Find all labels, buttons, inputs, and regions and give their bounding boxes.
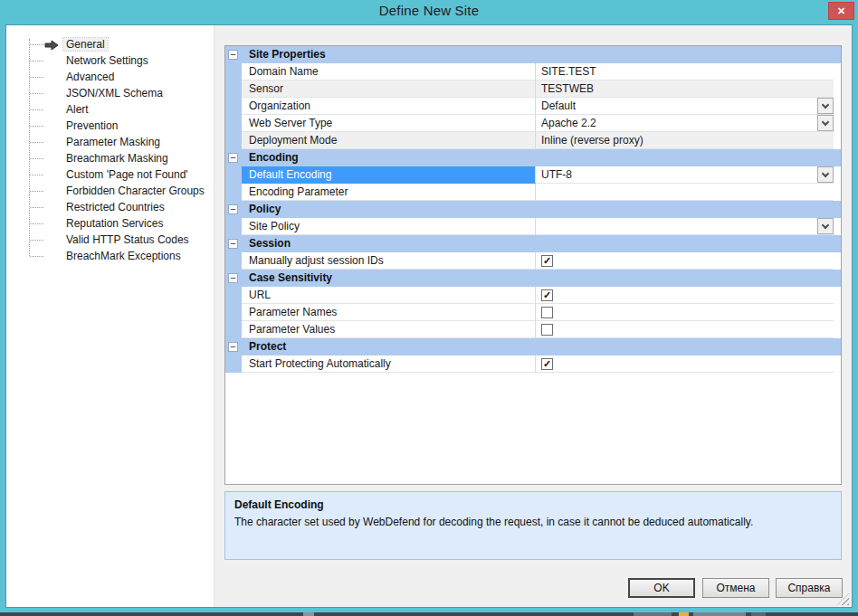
tree-item-advanced[interactable]: Advanced bbox=[6, 69, 214, 85]
property-value[interactable]: Default bbox=[536, 98, 834, 115]
checkbox-checked[interactable]: ✓ bbox=[541, 358, 553, 370]
screen: { "window": { "title": "Define New Site"… bbox=[0, 0, 858, 616]
tree-item-prevention[interactable]: Prevention bbox=[6, 118, 214, 134]
tree-item-label: Valid HTTP Status Codes bbox=[63, 233, 192, 246]
close-icon: ✕ bbox=[837, 5, 845, 16]
tree-item-valid-http-status-codes[interactable]: Valid HTTP Status Codes bbox=[6, 232, 214, 248]
tree-item-restricted-countries[interactable]: Restricted Countries bbox=[6, 199, 214, 215]
row-gutter bbox=[834, 63, 841, 81]
property-name[interactable]: Manually adjust session IDs bbox=[242, 252, 536, 270]
collapse-icon[interactable]: − bbox=[228, 153, 238, 163]
section-title: Site Properties bbox=[242, 46, 326, 63]
property-value[interactable]: UTF-8 bbox=[536, 166, 834, 184]
property-name[interactable]: Domain Name bbox=[242, 63, 536, 81]
property-name[interactable]: Deployment Mode bbox=[242, 132, 536, 149]
tree-item-network-settings[interactable]: Network Settings bbox=[6, 52, 214, 69]
titlebar: Define New Site ✕ bbox=[0, 0, 858, 25]
section-title: Session bbox=[242, 235, 291, 252]
tree-item-label: Custom 'Page not Found' bbox=[63, 168, 191, 181]
property-value[interactable] bbox=[536, 218, 834, 235]
tree-item-label: Alert bbox=[63, 103, 91, 116]
tree-item-label: General bbox=[63, 38, 108, 51]
property-name[interactable]: Organization bbox=[242, 98, 536, 115]
property-name[interactable]: Parameter Values bbox=[242, 321, 536, 338]
checkbox-checked[interactable]: ✓ bbox=[541, 255, 553, 267]
property-name[interactable]: Sensor bbox=[242, 81, 536, 98]
property-value[interactable]: ✓ bbox=[536, 355, 834, 373]
tree-item-reputation-services[interactable]: Reputation Services bbox=[6, 215, 214, 232]
property-name[interactable]: Default Encoding bbox=[242, 166, 536, 184]
row-margin bbox=[225, 115, 242, 132]
tree-item-breachmark-exceptions[interactable]: BreachMark Exceptions bbox=[6, 248, 214, 264]
window-title: Define New Site bbox=[0, 0, 858, 22]
background-window-fragment bbox=[679, 612, 689, 616]
property-name[interactable]: Encoding Parameter bbox=[242, 184, 536, 201]
property-name[interactable]: Site Policy bbox=[242, 218, 536, 235]
row-gutter bbox=[834, 252, 841, 270]
ok-button[interactable]: OK bbox=[628, 578, 695, 598]
section-header-protect: −Protect bbox=[225, 338, 841, 355]
property-name[interactable]: Web Server Type bbox=[242, 115, 536, 132]
section-header-encoding: −Encoding bbox=[225, 149, 841, 166]
tree-item-forbidden-character-groups[interactable]: Forbidden Character Groups bbox=[6, 183, 214, 199]
collapse-icon[interactable]: − bbox=[228, 50, 238, 60]
property-value[interactable] bbox=[536, 321, 834, 338]
row-gutter bbox=[834, 81, 841, 98]
row-margin bbox=[225, 355, 242, 373]
row-gutter bbox=[834, 115, 841, 132]
chevron-down-icon bbox=[822, 221, 829, 228]
row-margin bbox=[225, 166, 242, 184]
tree-item-alert[interactable]: Alert bbox=[6, 101, 214, 118]
section-title: Encoding bbox=[242, 149, 299, 166]
section-title: Protect bbox=[242, 338, 286, 355]
tree-item-label: Forbidden Character Groups bbox=[63, 185, 207, 197]
section-margin: − bbox=[225, 149, 242, 166]
section-header-site-properties: −Site Properties bbox=[225, 46, 841, 63]
section-title: Policy bbox=[242, 201, 281, 218]
tree-item-parameter-masking[interactable]: Parameter Masking bbox=[6, 134, 214, 150]
checkbox-unchecked[interactable] bbox=[541, 307, 553, 318]
property-row-parameter-values: Parameter Values bbox=[225, 321, 841, 338]
value-text: SITE.TEST bbox=[541, 65, 596, 78]
row-margin bbox=[225, 132, 242, 149]
property-name[interactable]: URL bbox=[242, 287, 536, 304]
cancel-button[interactable]: Отмена bbox=[702, 578, 769, 598]
row-margin bbox=[225, 287, 242, 304]
dropdown-button[interactable] bbox=[817, 98, 834, 114]
collapse-icon[interactable]: − bbox=[228, 273, 238, 283]
dropdown-button[interactable] bbox=[817, 115, 834, 131]
property-value[interactable]: ✓ bbox=[536, 252, 834, 270]
help-button[interactable]: Справка bbox=[776, 578, 843, 598]
close-button[interactable]: ✕ bbox=[828, 2, 854, 20]
row-gutter bbox=[834, 184, 841, 201]
collapse-icon[interactable]: − bbox=[228, 239, 238, 249]
property-name[interactable]: Start Protecting Automatically bbox=[242, 355, 536, 373]
tree-item-label: Parameter Masking bbox=[63, 136, 163, 148]
checkbox-unchecked[interactable] bbox=[541, 324, 553, 336]
dropdown-button[interactable] bbox=[817, 218, 834, 234]
tree-item-json-xml-schema[interactable]: JSON/XML Schema bbox=[6, 85, 214, 101]
tree-item-custom-page-not-found[interactable]: Custom 'Page not Found' bbox=[6, 166, 214, 183]
row-gutter bbox=[834, 218, 841, 235]
section-title: Case Sensitivity bbox=[242, 270, 332, 287]
collapse-icon[interactable]: − bbox=[228, 204, 238, 214]
property-value[interactable]: Apache 2.2 bbox=[536, 115, 834, 132]
row-margin bbox=[225, 304, 242, 321]
value-text: UTF-8 bbox=[541, 168, 572, 181]
tree-item-general[interactable]: General bbox=[6, 36, 214, 52]
dropdown-button[interactable] bbox=[817, 166, 834, 183]
row-margin bbox=[225, 98, 242, 115]
property-value[interactable] bbox=[536, 304, 834, 321]
property-value[interactable]: ✓ bbox=[536, 287, 834, 304]
property-name[interactable]: Parameter Names bbox=[242, 304, 536, 321]
property-value[interactable]: SITE.TEST bbox=[536, 63, 834, 81]
background-window-strip bbox=[0, 612, 858, 616]
collapse-icon[interactable]: − bbox=[228, 342, 238, 352]
section-header-case-sensitivity: −Case Sensitivity bbox=[225, 270, 841, 287]
checkbox-checked[interactable]: ✓ bbox=[541, 289, 553, 301]
dialog-content: GeneralNetwork SettingsAdvancedJSON/XML … bbox=[6, 25, 852, 607]
property-value[interactable] bbox=[536, 184, 834, 201]
row-margin bbox=[225, 252, 242, 270]
section-margin: − bbox=[225, 338, 242, 355]
tree-item-breachmark-masking[interactable]: Breachmark Masking bbox=[6, 150, 214, 166]
